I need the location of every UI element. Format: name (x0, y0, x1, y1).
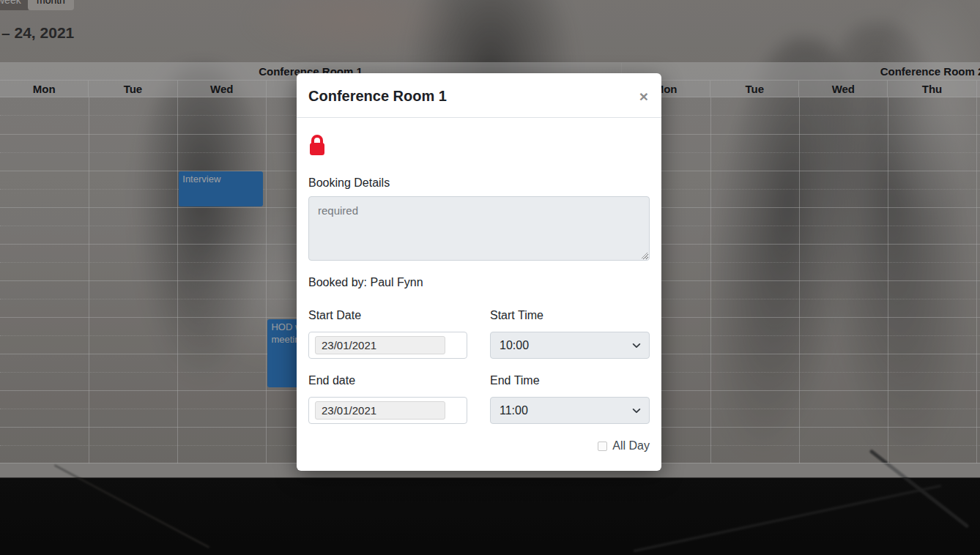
end-time-label: End Time (490, 374, 650, 387)
date-time-form: Start Date Start Time 10:00 End date (308, 309, 650, 439)
all-day-label: All Day (612, 439, 650, 452)
all-day-checkbox[interactable] (598, 442, 607, 451)
lock-icon (308, 134, 650, 156)
start-time-cell: Start Time 10:00 (490, 309, 650, 359)
modal-body: Booking Details Booked by: Paul Fynn Sta… (297, 118, 661, 452)
start-date-field (308, 332, 467, 359)
end-time-select[interactable]: 11:00 (490, 397, 650, 424)
all-day-row: All Day (308, 439, 650, 452)
end-time-cell: End Time 11:00 (490, 374, 650, 424)
end-time-value: 11:00 (500, 404, 528, 417)
modal-title: Conference Room 1 (308, 87, 650, 105)
end-date-input[interactable] (315, 401, 445, 420)
chevron-down-icon (631, 340, 642, 354)
end-date-field (308, 397, 467, 424)
booking-modal: Conference Room 1 × Booking Details Book… (297, 73, 661, 471)
close-icon[interactable]: × (639, 89, 648, 104)
start-date-label: Start Date (308, 309, 467, 322)
booking-details-textarea[interactable] (308, 196, 650, 261)
end-date-label: End date (308, 374, 467, 387)
booked-by-text: Booked by: Paul Fynn (308, 276, 650, 289)
modal-header: Conference Room 1 × (297, 73, 661, 118)
start-time-value: 10:00 (500, 339, 529, 352)
start-date-input[interactable] (315, 336, 445, 354)
chevron-down-icon (631, 406, 642, 419)
start-time-label: Start Time (490, 309, 650, 322)
start-time-select[interactable]: 10:00 (490, 332, 650, 359)
start-date-cell: Start Date (308, 309, 467, 359)
booking-details-label: Booking Details (308, 176, 650, 190)
end-date-cell: End date (308, 374, 467, 424)
booking-details-field (308, 196, 650, 261)
